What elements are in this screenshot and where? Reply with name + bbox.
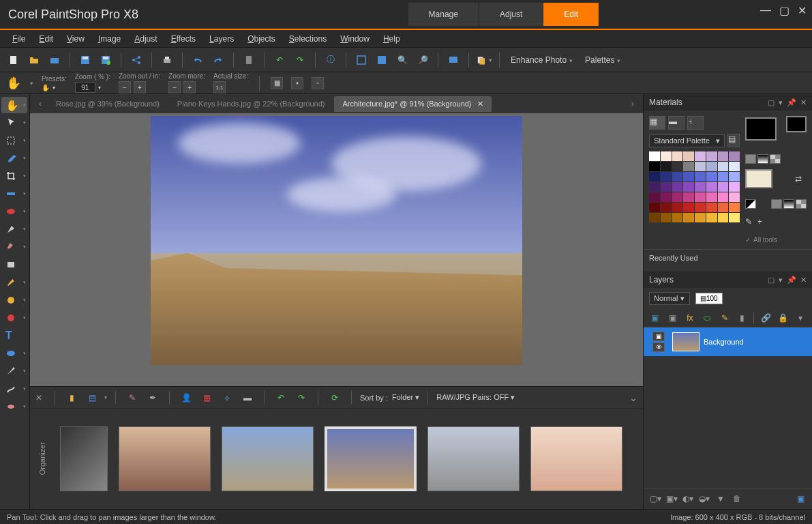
thumbnail[interactable] xyxy=(427,426,520,491)
oil-brush-tool[interactable]: ▾ xyxy=(1,398,27,415)
paint-brush-tool[interactable]: ▾ xyxy=(1,274,27,291)
dropper-tool[interactable]: ▾ xyxy=(1,150,27,166)
org-list-icon[interactable]: ▤ xyxy=(84,390,100,406)
panel-close-icon[interactable]: ✕ xyxy=(800,276,807,285)
zoom-out-button[interactable]: − xyxy=(119,81,131,93)
straighten-tool[interactable]: ▾ xyxy=(1,186,27,202)
color-swatch[interactable] xyxy=(729,151,740,161)
color-swatch[interactable] xyxy=(649,203,660,212)
layer-row-background[interactable]: ▣ 👁 Background xyxy=(644,328,812,356)
palette-tab-slider[interactable]: ⫞ xyxy=(687,116,704,130)
zoom-in-button[interactable]: + xyxy=(134,81,146,93)
sort-folder-dropdown[interactable]: Folder ▾ xyxy=(392,393,419,402)
layer-effects-icon[interactable]: ▣ xyxy=(794,493,807,505)
menu-layers[interactable]: Layers xyxy=(204,31,239,46)
style-gradient-icon[interactable] xyxy=(757,154,768,164)
color-swatch[interactable] xyxy=(695,182,706,192)
org-brush-icon[interactable]: ✎ xyxy=(124,390,140,406)
raw-jpg-dropdown[interactable]: RAW/JPG Pairs: OFF ▾ xyxy=(436,393,515,402)
tab-adjust[interactable]: Adjust xyxy=(479,3,543,26)
print-icon[interactable] xyxy=(159,52,175,68)
doc-tab-piano[interactable]: Piano Keys Hands.jpg @ 22% (Background) xyxy=(169,96,333,111)
tabs-next-icon[interactable]: › xyxy=(627,97,639,111)
mini-gradient-icon[interactable] xyxy=(783,199,794,209)
copy-icon[interactable] xyxy=(476,52,492,68)
layer-erase-icon[interactable]: ▮ xyxy=(736,312,749,324)
palette-config-icon[interactable]: ▤ xyxy=(727,134,740,147)
color-swatch[interactable] xyxy=(695,192,706,202)
color-swatch[interactable] xyxy=(661,213,672,222)
org-people-icon[interactable]: 👤 xyxy=(178,390,194,406)
color-swatch[interactable] xyxy=(729,182,740,192)
delete-layer-icon[interactable]: 🗑 xyxy=(731,493,743,505)
panel-pin-icon[interactable]: 📌 xyxy=(787,98,796,107)
thumbnail[interactable] xyxy=(119,426,211,491)
color-swatch[interactable] xyxy=(683,172,694,181)
menu-edit[interactable]: Edit xyxy=(33,31,59,46)
organizer-close-icon[interactable]: ✕ xyxy=(35,393,46,403)
red-eye-tool[interactable]: ▾ xyxy=(1,203,27,220)
doc-tab-rose[interactable]: Rose.jpg @ 39% (Background) xyxy=(48,96,168,111)
org-map-icon[interactable]: ▦ xyxy=(198,390,215,406)
thumbnail[interactable] xyxy=(60,426,108,491)
info-icon[interactable]: ⓘ xyxy=(322,52,339,68)
color-swatch[interactable] xyxy=(683,192,694,202)
menu-adjust[interactable]: Adjust xyxy=(129,31,162,46)
color-swatch[interactable] xyxy=(718,151,729,161)
panel-dd-icon[interactable]: ▾ xyxy=(779,98,783,107)
color-swatch[interactable] xyxy=(706,151,717,161)
full-screen-icon[interactable] xyxy=(374,52,390,68)
color-swatch[interactable] xyxy=(683,151,694,161)
thumbnail[interactable] xyxy=(530,426,622,491)
color-swatch[interactable] xyxy=(661,203,672,212)
maximize-icon[interactable]: ▢ xyxy=(779,4,790,17)
layer-new-icon[interactable]: ▣ xyxy=(649,312,661,324)
pan-tool[interactable]: ✋▾ xyxy=(1,97,27,113)
grid-icon[interactable]: ▦ xyxy=(271,77,283,89)
color-swatch[interactable] xyxy=(706,203,717,212)
zoom-input[interactable] xyxy=(75,82,95,93)
color-swatch[interactable] xyxy=(672,162,683,171)
pick-tool[interactable]: ▾ xyxy=(1,115,27,131)
redo-icon[interactable] xyxy=(210,52,226,68)
blend-mode-dropdown[interactable]: Normal ▾ xyxy=(649,292,690,305)
org-redo-icon[interactable]: ↷ xyxy=(293,390,310,406)
swap-colors-icon[interactable]: ⇄ xyxy=(790,171,807,187)
dropper-icon[interactable]: ✎ xyxy=(745,217,752,227)
new-layer-icon[interactable]: ▢▾ xyxy=(649,493,661,505)
palettes-dropdown[interactable]: Palettes xyxy=(581,55,625,65)
redo-history-icon[interactable]: ↷ xyxy=(292,52,308,68)
airbrush-tool[interactable]: ▾ xyxy=(1,292,27,308)
color-swatch[interactable] xyxy=(672,182,683,192)
color-swatch[interactable] xyxy=(729,162,740,171)
menu-image[interactable]: Image xyxy=(93,31,126,46)
mask-layer-icon[interactable]: ◒▾ xyxy=(698,493,710,505)
panel-close-icon[interactable]: ✕ xyxy=(800,98,807,107)
layer-pen-icon[interactable]: ✎ xyxy=(719,312,731,324)
color-swatch[interactable] xyxy=(695,151,706,161)
menu-selections[interactable]: Selections xyxy=(284,31,332,46)
color-swatch[interactable] xyxy=(695,213,706,222)
mini-pattern-icon[interactable] xyxy=(796,199,807,209)
color-swatch[interactable] xyxy=(661,151,672,161)
tab-edit[interactable]: Edit xyxy=(543,3,599,26)
color-swatch[interactable] xyxy=(718,192,729,202)
color-swatch[interactable] xyxy=(706,162,717,171)
bw-swatch[interactable] xyxy=(745,199,756,209)
pan-active-icon[interactable]: ✋ xyxy=(5,75,22,91)
color-swatch[interactable] xyxy=(661,172,672,181)
selection-tool[interactable]: ▾ xyxy=(1,132,27,149)
opacity-input[interactable]: ▤100 xyxy=(695,293,723,304)
style-solid-icon[interactable] xyxy=(745,154,756,164)
menu-view[interactable]: View xyxy=(61,31,90,46)
crop-tool[interactable]: ▾ xyxy=(1,168,27,184)
all-tools-check[interactable]: ✓ xyxy=(745,236,751,244)
guides-icon[interactable]: ▫ xyxy=(312,77,324,89)
panel-dd-icon[interactable]: ▾ xyxy=(779,276,783,285)
save-icon[interactable] xyxy=(77,52,93,68)
text-tool[interactable]: T xyxy=(1,328,27,344)
preset-hand-icon[interactable]: ✋ xyxy=(42,84,50,91)
pick-icon[interactable] xyxy=(241,52,257,68)
actual-size-button[interactable]: 1:1 xyxy=(213,81,226,93)
color-swatch[interactable] xyxy=(718,182,729,192)
